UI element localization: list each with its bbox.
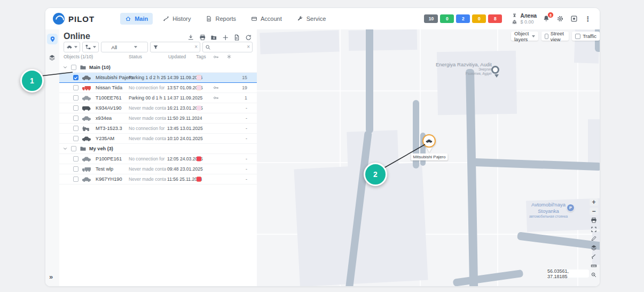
header-right: 100208 Алена $ 0.00 8 ⋮: [424, 13, 592, 25]
tag-pink: [197, 75, 201, 80]
row-checkbox[interactable]: [73, 176, 78, 182]
table-row[interactable]: x934eaNever made contact11:50 29.11.2024…: [59, 113, 257, 124]
traffic-checkbox[interactable]: [575, 34, 580, 39]
table-row[interactable]: Nissan TiidaNo connection for 11 day13:5…: [59, 83, 257, 93]
row-checkbox[interactable]: [73, 136, 78, 141]
group-expand-icon[interactable]: [62, 65, 68, 70]
object-updated: 11:50 29.11.2024: [167, 116, 202, 121]
zoom-out-button[interactable]: −: [590, 208, 598, 215]
zoom-in-button[interactable]: +: [590, 198, 598, 206]
truck-icon: [82, 166, 91, 172]
measure-button[interactable]: [590, 235, 598, 242]
print-button[interactable]: [199, 34, 206, 41]
tab-history[interactable]: History: [158, 13, 195, 25]
print-button[interactable]: [590, 217, 598, 224]
layers-button[interactable]: [590, 244, 598, 251]
counter-badge[interactable]: 8: [488, 14, 502, 23]
vehicle-marker-icon[interactable]: [422, 134, 436, 148]
parking-badge-icon[interactable]: P: [567, 204, 575, 212]
settings-gear-icon[interactable]: [556, 14, 564, 23]
street-view-checkbox[interactable]: [545, 34, 548, 39]
add-button[interactable]: [222, 34, 229, 41]
map-road: [473, 158, 600, 171]
filter-input[interactable]: ×: [150, 42, 200, 52]
object-status: No connection for 11 day: [129, 85, 166, 90]
counter-badge[interactable]: 0: [440, 14, 454, 23]
folder-add-button[interactable]: [210, 34, 217, 41]
table-row[interactable]: MT3-1523.3No connection for 9 mon13:45 1…: [59, 124, 257, 134]
user-balance: $ 0.00: [520, 19, 537, 25]
map-gridline: [577, 29, 578, 286]
collapse-panel-button[interactable]: »: [49, 273, 53, 281]
layers-tab[interactable]: [49, 54, 56, 61]
chevron-down-icon: [93, 46, 96, 48]
counter-badge[interactable]: 10: [424, 14, 438, 23]
group-checkbox[interactable]: [71, 65, 76, 70]
row-checkbox[interactable]: [73, 116, 78, 121]
car-icon: [82, 136, 91, 142]
objects-panel: Online All × × Objects (1/10) Status Upd…: [59, 29, 257, 286]
poi-subtitle: автомобильная стоянка: [522, 214, 575, 219]
group-tree-dropdown[interactable]: [82, 42, 99, 52]
group-expand-icon[interactable]: [62, 146, 68, 151]
counter-badge[interactable]: 0: [472, 14, 486, 23]
object-name: T100EE761: [96, 95, 122, 101]
row-checkbox[interactable]: [73, 75, 78, 80]
clear-icon[interactable]: ×: [247, 44, 250, 50]
poi-marker-icon[interactable]: [491, 66, 499, 74]
row-checkbox[interactable]: [73, 95, 78, 101]
table-row[interactable]: K934AV190Never made contact16:21 23.01.2…: [59, 103, 257, 113]
key-column-icon: [213, 54, 219, 60]
report-button[interactable]: [233, 34, 240, 41]
type-select-value: All: [112, 44, 117, 50]
tab-reports[interactable]: Reports: [201, 13, 241, 25]
table-row[interactable]: T100EE761Parking 00 d 1 h 11 min14:37 11…: [59, 93, 257, 103]
poi-title: Energiya Razvitiya, Audit: [436, 62, 492, 67]
object-updated: 10:10 24.01.2025: [167, 136, 203, 141]
row-checkbox[interactable]: [73, 156, 78, 162]
tab-main[interactable]: Main: [120, 13, 153, 25]
scale-button[interactable]: [590, 262, 598, 270]
object-layers-dropdown[interactable]: Object layers: [511, 32, 538, 41]
truck-icon: [82, 85, 91, 91]
tab-account[interactable]: Account: [246, 13, 287, 25]
counter-badge[interactable]: 2: [456, 14, 470, 23]
object-count: -: [230, 176, 247, 182]
table-row[interactable]: Test wlpNever made contact09:48 23.01.20…: [59, 164, 257, 174]
more-menu-icon[interactable]: ⋮: [584, 14, 592, 23]
row-checkbox[interactable]: [73, 105, 78, 111]
traffic-toggle[interactable]: Traffic: [572, 32, 600, 41]
map-pin-tab[interactable]: [47, 34, 58, 44]
service-gear-icon[interactable]: [570, 14, 578, 23]
vehicle-filter-dropdown[interactable]: [64, 42, 80, 52]
row-checkbox[interactable]: [73, 126, 78, 131]
street-view-toggle[interactable]: Street view: [541, 32, 569, 41]
object-count: -: [230, 166, 247, 172]
service-icon: [297, 16, 303, 22]
brand-logo[interactable]: PILOT: [53, 13, 95, 25]
object-count: -: [230, 126, 247, 131]
download-button[interactable]: [187, 34, 194, 41]
route-button[interactable]: [590, 253, 598, 260]
group-checkbox[interactable]: [71, 146, 76, 151]
notification-bell-icon[interactable]: 8: [542, 14, 551, 23]
search-input[interactable]: ×: [202, 42, 253, 52]
row-checkbox[interactable]: [73, 85, 78, 90]
table-row[interactable]: K967YH190Never made contact11:56 25.11.2…: [59, 174, 257, 185]
select-area-button[interactable]: [590, 226, 598, 233]
refresh-button[interactable]: [245, 34, 252, 41]
group-row[interactable]: Main (10): [59, 63, 257, 73]
clear-icon[interactable]: ×: [194, 44, 198, 50]
row-checkbox[interactable]: [73, 166, 78, 172]
user-box[interactable]: Алена $ 0.00: [512, 13, 537, 25]
map-canvas[interactable]: Energiya Razvitiya, Audit ЭнергияРазвити…: [257, 29, 600, 286]
table-row[interactable]: Y235AMNever made contact10:10 24.01.2025…: [59, 134, 257, 144]
type-select[interactable]: All: [101, 42, 148, 52]
van-icon: [82, 105, 91, 111]
table-row[interactable]: Mitsubishi PajeroParking 1 d 2 h 25 min1…: [59, 73, 257, 83]
group-row[interactable]: My veh (3): [59, 144, 257, 154]
locate-button[interactable]: [590, 271, 598, 279]
tab-service[interactable]: Service: [292, 13, 331, 25]
folder-icon: [80, 145, 87, 152]
table-row[interactable]: P100PE161No connection for 6 mon12:05 24…: [59, 154, 257, 164]
